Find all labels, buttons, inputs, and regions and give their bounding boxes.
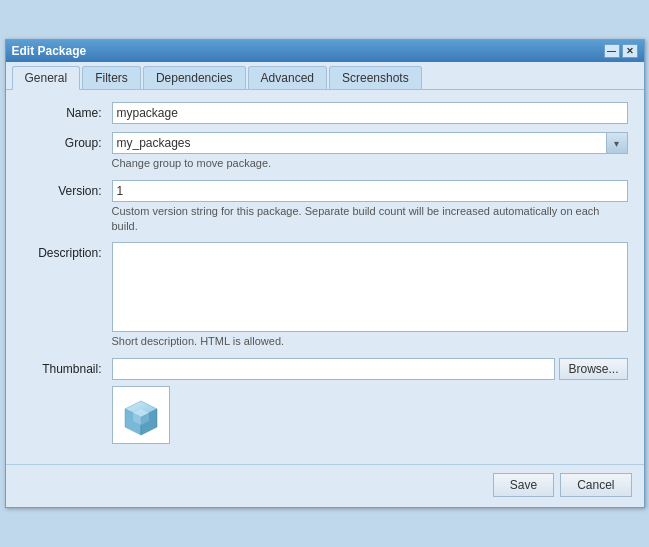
thumbnail-label: Thumbnail: — [22, 358, 112, 376]
group-row: Group: my_packages ▾ Change group to mov… — [22, 132, 628, 171]
tab-dependencies[interactable]: Dependencies — [143, 66, 246, 89]
description-row: Description: Short description. HTML is … — [22, 242, 628, 349]
form-content: Name: Group: my_packages ▾ Change group … — [6, 90, 644, 464]
group-select-wrap: my_packages ▾ — [112, 132, 628, 154]
cancel-button[interactable]: Cancel — [560, 473, 631, 497]
tab-screenshots[interactable]: Screenshots — [329, 66, 422, 89]
titlebar: Edit Package — ✕ — [6, 40, 644, 62]
version-row: Version: Custom version string for this … — [22, 180, 628, 235]
description-label: Description: — [22, 242, 112, 260]
group-select[interactable]: my_packages — [112, 132, 628, 154]
save-button[interactable]: Save — [493, 473, 554, 497]
name-row: Name: — [22, 102, 628, 124]
group-control-wrap: my_packages ▾ Change group to move packa… — [112, 132, 628, 171]
package-icon — [117, 391, 165, 439]
window-title: Edit Package — [12, 44, 87, 58]
tab-filters[interactable]: Filters — [82, 66, 141, 89]
group-label: Group: — [22, 132, 112, 150]
version-label: Version: — [22, 180, 112, 198]
thumbnail-path-input[interactable] — [112, 358, 556, 380]
version-control-wrap: Custom version string for this package. … — [112, 180, 628, 235]
browse-button[interactable]: Browse... — [559, 358, 627, 380]
name-label: Name: — [22, 102, 112, 120]
tab-advanced[interactable]: Advanced — [248, 66, 327, 89]
tab-general[interactable]: General — [12, 66, 81, 90]
minimize-button[interactable]: — — [604, 44, 620, 58]
description-textarea[interactable] — [112, 242, 628, 332]
thumbnail-preview — [112, 386, 170, 444]
thumbnail-control-wrap: Browse... — [112, 358, 628, 444]
name-control-wrap — [112, 102, 628, 124]
name-input[interactable] — [112, 102, 628, 124]
version-input[interactable] — [112, 180, 628, 202]
description-hint: Short description. HTML is allowed. — [112, 334, 628, 349]
thumbnail-input-row: Browse... — [112, 358, 628, 380]
thumbnail-row: Thumbnail: Browse... — [22, 358, 628, 444]
group-hint: Change group to move package. — [112, 156, 628, 171]
tabs: General Filters Dependencies Advanced Sc… — [6, 62, 644, 90]
edit-package-window: Edit Package — ✕ General Filters Depende… — [5, 39, 645, 508]
footer: Save Cancel — [6, 464, 644, 507]
description-control-wrap: Short description. HTML is allowed. — [112, 242, 628, 349]
close-button[interactable]: ✕ — [622, 44, 638, 58]
version-hint: Custom version string for this package. … — [112, 204, 628, 235]
titlebar-controls: — ✕ — [604, 44, 638, 58]
